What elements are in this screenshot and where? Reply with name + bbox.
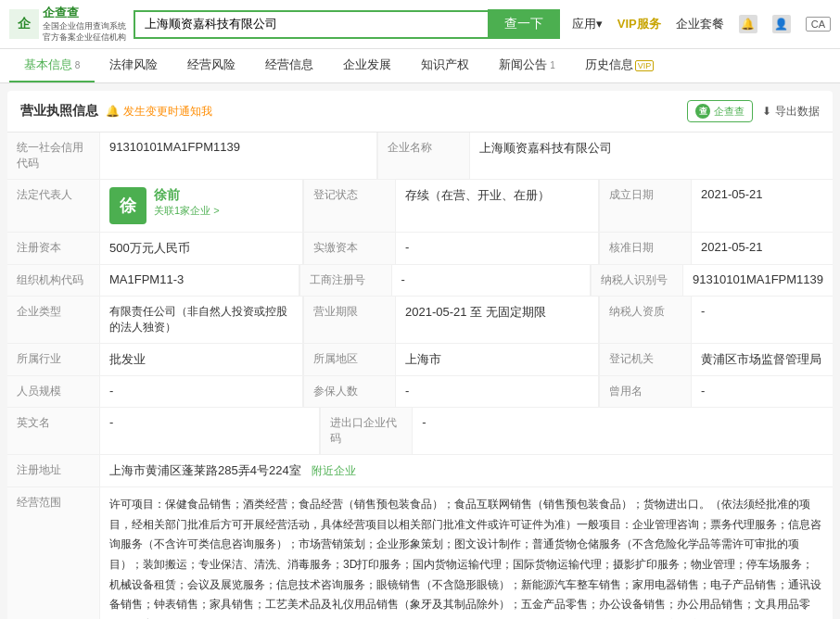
info-row-7: 人员规模 - 参保人数 - 曾用名 - bbox=[7, 376, 833, 408]
main-content: 营业执照信息 🔔 发生变更时通知我 查 企查查 ⬇ 导出数据 统一社会信用代码 … bbox=[7, 91, 833, 619]
logo-sub2: 官方备案企业征信机构 bbox=[43, 32, 126, 44]
logo-sub1: 全国企业信用查询系统 bbox=[43, 21, 126, 32]
logo-area: 企 企查查 全国企业信用查询系统 官方备案企业征信机构 bbox=[9, 6, 126, 43]
nav-tabs: 基本信息 8 法律风险 经营风险 经营信息 企业发展 知识产权 新闻公告 1 历… bbox=[0, 49, 840, 83]
credit-code-label: 统一社会信用代码 bbox=[7, 133, 100, 179]
legal-person-label: 法定代表人 bbox=[7, 180, 100, 232]
header: 企 企查查 全国企业信用查询系统 官方备案企业征信机构 查一下 应用▾ VIP服… bbox=[0, 0, 840, 49]
info-row-1: 统一社会信用代码 91310101MA1FPM1139 企业名称 上海顺资嘉科技… bbox=[7, 133, 833, 180]
info-row-6: 所属行业 批发业 所属地区 上海市 登记机关 黄浦区市场监督管理局 bbox=[7, 344, 833, 376]
staff-size-value: - bbox=[100, 376, 303, 407]
import-export-label: 进出口企业代码 bbox=[320, 408, 413, 454]
english-name-label: 英文名 bbox=[7, 408, 100, 454]
industry-label: 所属行业 bbox=[7, 344, 100, 375]
logo-text-area: 企查查 全国企业信用查询系统 官方备案企业征信机构 bbox=[43, 6, 126, 43]
qcc-logo-label: 企查查 bbox=[714, 105, 745, 119]
reg-authority-value: 黄浦区市场监督管理局 bbox=[692, 344, 833, 375]
verify-date-value: 2021-05-21 bbox=[692, 233, 833, 264]
biz-term-label: 营业期限 bbox=[303, 297, 396, 343]
section-title-area: 营业执照信息 🔔 发生变更时通知我 bbox=[20, 103, 212, 120]
tab-operation-info[interactable]: 经营信息 bbox=[250, 49, 328, 82]
import-export-value: - bbox=[413, 408, 833, 454]
tab-history[interactable]: 历史信息VIP bbox=[570, 49, 669, 82]
company-name-value: 上海顺资嘉科技有限公司 bbox=[470, 133, 833, 179]
header-right: 应用▾ VIP服务 企业套餐 🔔 👤 CA bbox=[572, 15, 831, 33]
establish-date-value: 2021-05-21 bbox=[692, 180, 833, 232]
info-row-9: 注册地址 上海市黄浦区蓬莱路285弄4号224室 附近企业 bbox=[7, 455, 833, 487]
biz-scope-value: 许可项目：保健食品销售；酒类经营；食品经营（销售预包装食品）；食品互联网销售（销… bbox=[100, 487, 833, 619]
tab-basic-info[interactable]: 基本信息 8 bbox=[9, 49, 95, 82]
region-label: 所属地区 bbox=[303, 344, 396, 375]
person-link[interactable]: 关联1家企业 > bbox=[154, 204, 220, 218]
search-bar: 查一下 bbox=[134, 9, 560, 39]
nav-enterprise[interactable]: 企业套餐 bbox=[676, 16, 724, 32]
avatar: 徐 bbox=[109, 187, 146, 224]
paid-capital-value: - bbox=[396, 233, 599, 264]
tab-ip[interactable]: 知识产权 bbox=[406, 49, 484, 82]
download-icon: ⬇ bbox=[762, 105, 771, 118]
bell-icon[interactable]: 🔔 bbox=[739, 15, 757, 33]
tax-quality-label: 纳税人资质 bbox=[599, 297, 692, 343]
region-value: 上海市 bbox=[396, 344, 599, 375]
english-name-value: - bbox=[100, 408, 320, 454]
reg-status-value: 存续（在营、开业、在册） bbox=[396, 180, 599, 232]
staff-size-label: 人员规模 bbox=[7, 376, 100, 407]
info-grid: 统一社会信用代码 91310101MA1FPM1139 企业名称 上海顺资嘉科技… bbox=[7, 133, 833, 619]
address-label: 注册地址 bbox=[7, 455, 100, 486]
org-code-value: MA1FPM11-3 bbox=[100, 265, 299, 296]
user-icon[interactable]: 👤 bbox=[772, 15, 791, 33]
nav-vip-service[interactable]: VIP服务 bbox=[617, 16, 661, 32]
tab-enterprise-dev[interactable]: 企业发展 bbox=[328, 49, 406, 82]
establish-date-label: 成立日期 bbox=[599, 180, 692, 232]
org-code-label: 组织机构代码 bbox=[7, 265, 100, 296]
company-type-value: 有限责任公司（非自然人投资或控股的法人独资） bbox=[100, 297, 303, 343]
tab-legal-risk[interactable]: 法律风险 bbox=[95, 49, 172, 82]
tax-id-value: 91310101MA1FPM1139 bbox=[683, 265, 833, 296]
company-name-label: 企业名称 bbox=[377, 133, 470, 179]
biz-reg-no-value: - bbox=[392, 265, 592, 296]
person-info: 徐前 关联1家企业 > bbox=[154, 187, 220, 218]
alias-label: 曾用名 bbox=[599, 376, 692, 407]
alias-value: - bbox=[692, 376, 833, 407]
ca-badge: CA bbox=[806, 17, 831, 32]
tax-id-label: 纳税人识别号 bbox=[591, 265, 683, 296]
info-row-biz-scope: 经营范围 许可项目：保健食品销售；酒类经营；食品经营（销售预包装食品）；食品互联… bbox=[7, 487, 833, 619]
legal-person-value: 徐 徐前 关联1家企业 > bbox=[100, 180, 303, 232]
logo-main-text: 企查查 bbox=[43, 6, 126, 21]
address-value: 上海市黄浦区蓬莱路285弄4号224室 附近企业 bbox=[100, 455, 833, 486]
biz-reg-no-label: 工商注册号 bbox=[299, 265, 392, 296]
logo-icon: 企 bbox=[9, 9, 39, 39]
reg-status-label: 登记状态 bbox=[303, 180, 396, 232]
change-notice-btn[interactable]: 🔔 发生变更时通知我 bbox=[106, 104, 212, 120]
bell-notice-icon: 🔔 bbox=[106, 105, 120, 118]
qcc-logo-button[interactable]: 查 企查查 bbox=[687, 100, 753, 122]
tab-news[interactable]: 新闻公告 1 bbox=[484, 49, 569, 82]
section-actions: 查 企查查 ⬇ 导出数据 bbox=[687, 100, 820, 122]
info-row-8: 英文名 - 进出口企业代码 - bbox=[7, 408, 833, 455]
section-title: 营业执照信息 bbox=[20, 103, 98, 120]
info-row-4: 组织机构代码 MA1FPM11-3 工商注册号 - 纳税人识别号 9131010… bbox=[7, 265, 833, 297]
tab-operation-risk[interactable]: 经营风险 bbox=[172, 49, 250, 82]
paid-capital-label: 实缴资本 bbox=[303, 233, 396, 264]
tax-quality-value: - bbox=[692, 297, 833, 343]
insured-count-label: 参保人数 bbox=[303, 376, 396, 407]
biz-scope-label: 经营范围 bbox=[7, 487, 100, 619]
insured-count-value: - bbox=[396, 376, 599, 407]
info-row-2: 法定代表人 徐 徐前 关联1家企业 > 登记状态 存续（在营、开业、在册） 成立… bbox=[7, 180, 833, 233]
search-button[interactable]: 查一下 bbox=[488, 9, 560, 39]
reg-capital-label: 注册资本 bbox=[7, 233, 100, 264]
person-name[interactable]: 徐前 bbox=[154, 187, 220, 204]
nearby-enterprise-link[interactable]: 附近企业 bbox=[312, 464, 356, 477]
reg-authority-label: 登记机关 bbox=[599, 344, 692, 375]
export-button[interactable]: ⬇ 导出数据 bbox=[762, 104, 820, 120]
reg-capital-value: 500万元人民币 bbox=[100, 233, 303, 264]
section-header: 营业执照信息 🔔 发生变更时通知我 查 企查查 ⬇ 导出数据 bbox=[7, 91, 833, 133]
info-row-5: 企业类型 有限责任公司（非自然人投资或控股的法人独资） 营业期限 2021-05… bbox=[7, 297, 833, 344]
biz-term-value: 2021-05-21 至 无固定期限 bbox=[396, 297, 599, 343]
industry-value: 批发业 bbox=[100, 344, 303, 375]
search-input[interactable] bbox=[134, 10, 488, 39]
qcc-circle-icon: 查 bbox=[695, 104, 710, 119]
nav-apps[interactable]: 应用▾ bbox=[572, 16, 603, 32]
info-row-3: 注册资本 500万元人民币 实缴资本 - 核准日期 2021-05-21 bbox=[7, 233, 833, 265]
person-card: 徐 徐前 关联1家企业 > bbox=[109, 187, 293, 224]
